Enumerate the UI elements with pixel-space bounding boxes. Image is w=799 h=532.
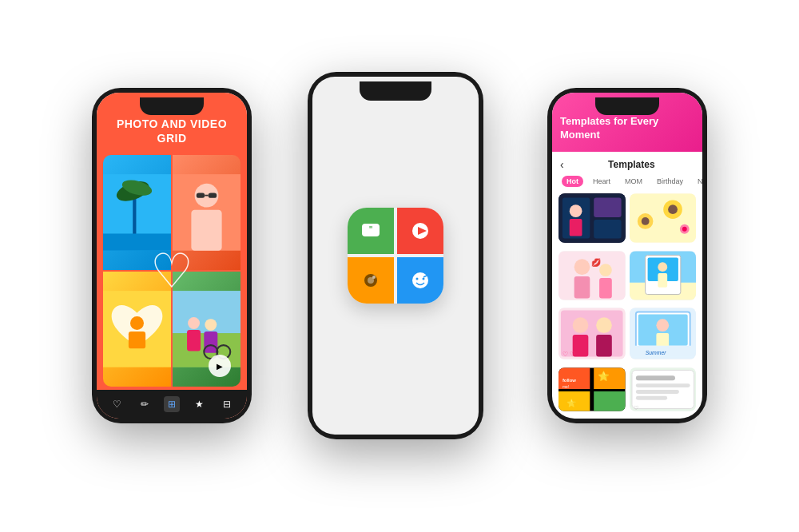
- left-screen: PHOTO AND VIDEO GRID: [97, 93, 247, 419]
- svg-point-57: [658, 262, 667, 272]
- left-phone: PHOTO AND VIDEO GRID: [92, 88, 252, 423]
- template-card-3[interactable]: 💋: [559, 251, 626, 300]
- svg-text:follow: follow: [562, 378, 576, 383]
- svg-rect-50: [599, 278, 612, 299]
- svg-text:♡ ♡: ♡ ♡: [562, 351, 575, 359]
- svg-text:♡: ♡: [633, 405, 638, 411]
- star-tool-icon[interactable]: ★: [191, 396, 207, 412]
- template-card-7[interactable]: follow me! ⭐ 🌟: [559, 367, 626, 411]
- svg-point-12: [130, 316, 144, 330]
- tab-heart[interactable]: Heart: [588, 176, 615, 187]
- app-icon: ": [348, 208, 443, 304]
- svg-point-47: [574, 259, 590, 275]
- svg-point-63: [596, 318, 612, 334]
- svg-point-19: [205, 319, 217, 331]
- svg-rect-20: [204, 332, 217, 353]
- svg-point-30: [412, 272, 428, 288]
- svg-rect-86: [635, 383, 690, 387]
- layout-tool-icon[interactable]: ⊟: [219, 396, 235, 412]
- svg-rect-13: [129, 332, 145, 348]
- templates-title: Templates: [569, 159, 694, 170]
- svg-point-37: [570, 204, 582, 217]
- template-card-5[interactable]: ♡ ♡: [559, 308, 626, 359]
- collage-cell-3: [103, 272, 171, 387]
- svg-rect-9: [209, 193, 217, 198]
- right-notch: [595, 97, 659, 115]
- svg-rect-60: [561, 311, 623, 357]
- svg-point-17: [188, 317, 200, 329]
- tab-mom[interactable]: MOM: [620, 176, 647, 187]
- play-button[interactable]: ▶: [209, 355, 231, 377]
- template-card-1[interactable]: [559, 193, 626, 243]
- right-screen: Templates for Every Moment ‹ Templates H…: [552, 93, 702, 419]
- template-tabs: Hot Heart MOM Birthday New: [560, 176, 694, 187]
- template-card-8[interactable]: ♡: [630, 367, 697, 411]
- right-header-title: Templates for Every Moment: [560, 115, 694, 142]
- collage-cell-2: [173, 155, 240, 270]
- templates-grid: 💋: [552, 190, 702, 419]
- edit-tool-icon[interactable]: ✏: [137, 396, 153, 412]
- svg-point-41: [668, 204, 678, 214]
- svg-point-43: [641, 217, 649, 225]
- icon-chat: ": [348, 208, 394, 254]
- svg-text:💋: 💋: [591, 257, 602, 268]
- center-notch: [360, 81, 431, 101]
- svg-point-49: [599, 264, 612, 276]
- svg-text:🌟: 🌟: [566, 398, 577, 408]
- heart-tool-icon[interactable]: ♡: [109, 396, 125, 412]
- left-notch: [140, 97, 204, 115]
- tab-birthday[interactable]: Birthday: [652, 176, 688, 187]
- template-card-2[interactable]: [630, 193, 697, 243]
- icon-camera: [348, 257, 394, 304]
- svg-rect-87: [635, 390, 678, 394]
- svg-rect-35: [594, 197, 621, 217]
- templates-nav: ‹ Templates Hot Heart MOM Birthday New: [552, 152, 702, 190]
- center-screen: ": [312, 77, 479, 435]
- center-phone: ": [308, 72, 483, 439]
- svg-point-61: [573, 318, 589, 334]
- main-scene: PHOTO AND VIDEO GRID: [0, 0, 799, 532]
- tab-new[interactable]: New: [693, 176, 702, 187]
- svg-point-32: [423, 278, 425, 280]
- svg-text:me!: me!: [562, 385, 569, 389]
- right-phone: Templates for Every Moment ‹ Templates H…: [547, 88, 707, 423]
- svg-rect-36: [594, 220, 621, 239]
- svg-point-29: [372, 276, 376, 279]
- svg-rect-7: [191, 210, 221, 251]
- grid-tool-icon[interactable]: ⊞: [164, 396, 180, 412]
- svg-point-31: [416, 278, 419, 280]
- svg-text:⭐: ⭐: [598, 371, 610, 382]
- svg-rect-4: [103, 234, 171, 251]
- svg-text:": ": [369, 225, 373, 234]
- tab-hot[interactable]: Hot: [562, 176, 583, 187]
- collage-cell-1: [103, 155, 171, 270]
- svg-rect-64: [596, 335, 612, 357]
- svg-rect-58: [658, 273, 667, 288]
- svg-text:Summer: Summer: [645, 350, 666, 355]
- svg-rect-8: [197, 193, 205, 198]
- svg-rect-48: [574, 276, 590, 299]
- template-card-6[interactable]: Summer: [630, 308, 697, 359]
- svg-point-45: [682, 227, 686, 232]
- svg-rect-38: [570, 219, 582, 236]
- svg-point-69: [656, 320, 669, 332]
- svg-rect-85: [635, 375, 674, 380]
- svg-rect-78: [594, 391, 625, 411]
- left-collage: ♡ ▶: [103, 155, 240, 387]
- icon-emoji: [397, 257, 443, 304]
- icon-play: [397, 208, 443, 254]
- svg-rect-18: [187, 330, 201, 351]
- svg-rect-88: [635, 396, 666, 400]
- left-toolbar: ♡ ✏ ⊞ ★ ⊟: [97, 390, 247, 419]
- template-card-4[interactable]: [630, 251, 697, 300]
- back-button[interactable]: ‹: [560, 158, 564, 171]
